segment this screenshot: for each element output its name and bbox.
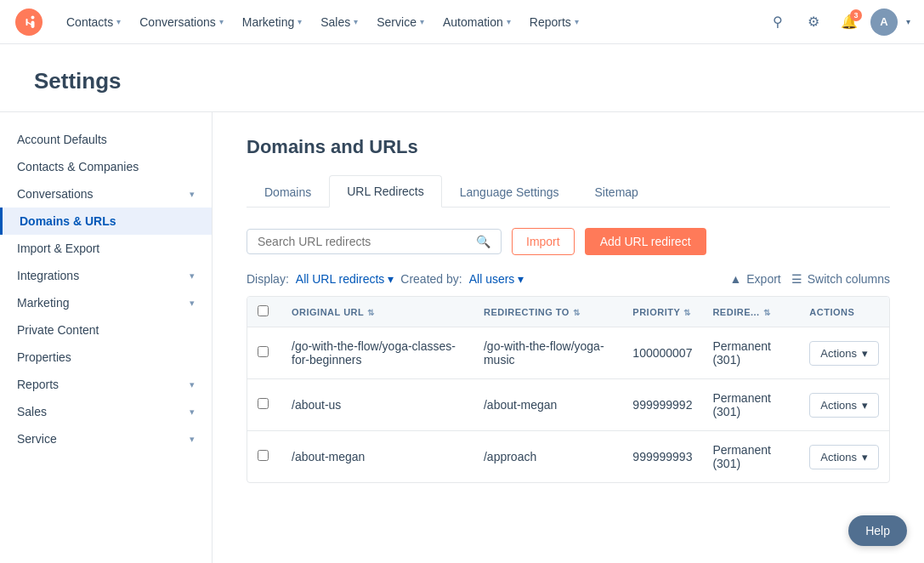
chevron-down-icon: ▾ — [190, 407, 195, 418]
original-url: /go-with-the-flow/yoga-classes-for-begin… — [281, 327, 473, 379]
sort-icon: ⇅ — [367, 308, 375, 317]
col-original-url[interactable]: ORIGINAL URL⇅ — [281, 297, 473, 327]
sidebar-item-label: Reports — [17, 378, 59, 391]
tabs: DomainsURL RedirectsLanguage SettingsSit… — [247, 175, 890, 208]
chevron-down-icon: ▾ — [190, 298, 195, 309]
avatar-chevron-icon[interactable]: ▾ — [906, 17, 910, 26]
nav-item-conversations[interactable]: Conversations▾ — [131, 10, 232, 34]
sidebar-item-contacts-companies[interactable]: Contacts & Companies — [0, 153, 212, 180]
display-filter-dropdown[interactable]: All URL redirects ▾ — [296, 272, 394, 286]
col-redirecting-to[interactable]: REDIRECTING TO⇅ — [473, 297, 622, 327]
chevron-down-icon: ▾ — [862, 347, 868, 360]
chevron-down-icon: ▾ — [190, 189, 195, 200]
nav-item-contacts[interactable]: Contacts▾ — [58, 10, 129, 34]
content-area: Account DefaultsContacts & CompaniesConv… — [0, 112, 924, 563]
chevron-down-icon: ▾ — [862, 451, 868, 463]
actions-dropdown-button[interactable]: Actions ▾ — [809, 393, 879, 418]
tab-url-redirects[interactable]: URL Redirects — [329, 175, 442, 208]
import-button[interactable]: Import — [512, 228, 575, 255]
sidebar-item-label: Sales — [17, 405, 47, 418]
created-by-dropdown[interactable]: All users ▾ — [469, 272, 524, 286]
nav-items: Contacts▾Conversations▾Marketing▾Sales▾S… — [58, 10, 760, 34]
switch-columns-button[interactable]: ☰ Switch columns — [791, 272, 890, 286]
table-header: ORIGINAL URL⇅REDIRECTING TO⇅PRIORITY⇅RED… — [247, 297, 889, 327]
add-url-redirect-button[interactable]: Add URL redirect — [585, 228, 706, 255]
actions-cell: Actions ▾ — [799, 379, 889, 431]
row-checkbox-cell — [247, 327, 281, 379]
page-header: Settings — [0, 44, 924, 112]
sidebar-item-label: Service — [17, 432, 57, 446]
redirect-type: Permanent (301) — [702, 327, 799, 379]
actions-dropdown-button[interactable]: Actions ▾ — [809, 445, 879, 469]
table-row: /go-with-the-flow/yoga-classes-for-begin… — [247, 327, 889, 379]
nav-label: Service — [377, 15, 417, 29]
topnav-right: ⚲ ⚙ 🔔 3 A ▾ — [763, 8, 910, 37]
row-checkbox[interactable] — [258, 398, 269, 409]
help-button[interactable]: Help — [848, 515, 907, 546]
search-input[interactable] — [258, 235, 471, 248]
tab-sitemap[interactable]: Sitemap — [577, 175, 656, 208]
nav-label: Sales — [320, 15, 350, 29]
row-checkbox-cell — [247, 379, 281, 431]
tab-domains[interactable]: Domains — [247, 175, 329, 208]
row-checkbox[interactable] — [258, 450, 269, 461]
sidebar-item-conversations[interactable]: Conversations▾ — [0, 180, 212, 208]
chevron-down-icon: ▾ — [518, 272, 524, 286]
sidebar-item-private-content[interactable]: Private Content — [0, 316, 212, 344]
sort-icon: ⇅ — [573, 308, 581, 317]
columns-icon: ☰ — [791, 272, 802, 286]
nav-item-marketing[interactable]: Marketing▾ — [234, 10, 310, 34]
page-title: Settings — [34, 68, 890, 94]
select-all-checkbox[interactable] — [258, 305, 269, 316]
col-redire-[interactable]: REDIRE...⇅ — [702, 297, 799, 327]
sidebar-item-account-defaults[interactable]: Account Defaults — [0, 126, 212, 153]
sidebar-item-import-export[interactable]: Import & Export — [0, 235, 212, 262]
settings-button[interactable]: ⚙ — [799, 8, 828, 37]
notifications-button[interactable]: 🔔 3 — [835, 8, 864, 37]
sort-icon: ⇅ — [763, 308, 771, 317]
sidebar-item-label: Marketing — [17, 296, 69, 310]
row-checkbox[interactable] — [258, 346, 269, 357]
section-title: Domains and URLs — [247, 136, 890, 158]
chevron-down-icon: ▾ — [298, 17, 302, 26]
search-button[interactable]: ⚲ — [763, 8, 792, 37]
redirect-type: Permanent (301) — [702, 379, 799, 431]
col-priority[interactable]: PRIORITY⇅ — [622, 297, 702, 327]
nav-label: Contacts — [66, 15, 113, 29]
avatar[interactable]: A — [870, 9, 898, 36]
filter-right: ▲ Export ☰ Switch columns — [729, 272, 890, 286]
nav-item-automation[interactable]: Automation▾ — [434, 10, 519, 34]
hubspot-logo[interactable] — [14, 7, 44, 37]
table-row: /about-megan /approach 999999993 Permane… — [247, 431, 889, 483]
chevron-down-icon: ▾ — [190, 379, 195, 390]
actions-dropdown-button[interactable]: Actions ▾ — [809, 341, 879, 366]
sidebar-item-properties[interactable]: Properties — [0, 344, 212, 371]
chevron-down-icon: ▾ — [219, 17, 224, 26]
export-button[interactable]: ▲ Export — [729, 272, 780, 286]
chevron-down-icon: ▾ — [388, 272, 394, 286]
nav-item-reports[interactable]: Reports▾ — [521, 10, 587, 34]
chevron-down-icon: ▾ — [507, 17, 511, 26]
nav-label: Conversations — [139, 15, 216, 29]
filter-bar: Display: All URL redirects ▾ Created by:… — [247, 272, 890, 286]
sidebar: Account DefaultsContacts & CompaniesConv… — [0, 112, 213, 563]
sidebar-item-integrations[interactable]: Integrations▾ — [0, 262, 212, 289]
chevron-down-icon: ▾ — [575, 17, 579, 26]
sidebar-item-sales[interactable]: Sales▾ — [0, 398, 212, 425]
priority: 100000007 — [622, 327, 702, 379]
created-by-label: Created by: — [400, 272, 462, 286]
priority: 999999992 — [622, 379, 702, 431]
sidebar-item-label: Domains & URLs — [20, 214, 116, 228]
sidebar-item-reports[interactable]: Reports▾ — [0, 371, 212, 398]
chevron-down-icon: ▾ — [862, 399, 868, 412]
nav-item-service[interactable]: Service▾ — [368, 10, 433, 34]
nav-item-sales[interactable]: Sales▾ — [312, 10, 366, 34]
select-all-checkbox-cell — [247, 297, 281, 327]
sidebar-item-marketing[interactable]: Marketing▾ — [0, 289, 212, 316]
chevron-down-icon: ▾ — [190, 270, 195, 282]
redirecting-to: /about-megan — [473, 379, 622, 431]
sidebar-item-service[interactable]: Service▾ — [0, 425, 212, 452]
sidebar-item-domains-urls[interactable]: Domains & URLs — [0, 208, 212, 235]
sidebar-item-label: Private Content — [17, 323, 99, 337]
tab-language-settings[interactable]: Language Settings — [442, 175, 577, 208]
